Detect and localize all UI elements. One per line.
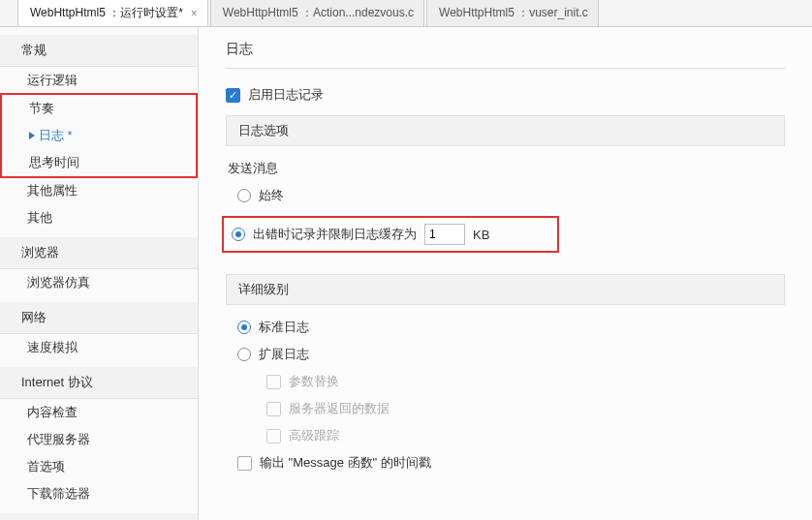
ext-opt-label: 服务器返回的数据 (289, 400, 390, 417)
tab-runtime-settings[interactable]: WebHttpHtml5 ：运行时设置* × (17, 0, 208, 26)
enable-log-row[interactable]: ✓ 启用日志记录 (226, 86, 785, 104)
tab-action-file[interactable]: WebHttpHtml5 ：Action...ndezvous.c (210, 0, 424, 26)
sidebar-group-internet[interactable]: Internet 协议 (0, 367, 198, 399)
radio-always-label: 始终 (259, 187, 284, 204)
ext-opt-server-data-row: 服务器返回的数据 (226, 400, 785, 417)
output-timestamp-label: 输出 "Message 函数" 的时间戳 (260, 454, 431, 472)
ext-opt-advanced-trace-row: 高级跟踪 (226, 427, 785, 444)
highlight-sidebar-log: 节奏 日志 * 思考时间 (0, 93, 198, 178)
sidebar-item-run-logic[interactable]: 运行逻辑 (0, 67, 198, 94)
radio-standard-log-row[interactable]: 标准日志 (226, 319, 785, 336)
sidebar: 常规 运行逻辑 节奏 日志 * 思考时间 其他属性 其他 浏览器 浏览器仿真 网… (0, 27, 199, 520)
main-area: 常规 运行逻辑 节奏 日志 * 思考时间 其他属性 其他 浏览器 浏览器仿真 网… (0, 27, 812, 520)
checkbox-icon[interactable] (237, 456, 252, 471)
standard-log-label: 标准日志 (259, 319, 309, 336)
radio-icon[interactable] (237, 189, 251, 202)
sidebar-item-label: 日志 * (39, 127, 73, 144)
radio-on-error-row[interactable]: 出错时记录并限制日志缓存为 KB (232, 224, 489, 245)
checkbox-icon (266, 429, 281, 444)
sidebar-group-data-format[interactable]: 数据格式扩展 (0, 513, 198, 520)
radio-icon[interactable] (237, 321, 251, 334)
send-messages-title: 发送消息 (228, 160, 785, 177)
sidebar-group-network[interactable]: 网络 (0, 302, 198, 334)
radio-icon[interactable] (237, 348, 251, 361)
extended-log-label: 扩展日志 (259, 346, 309, 363)
sidebar-item-log[interactable]: 日志 * (2, 122, 196, 149)
tab-label: WebHttpHtml5 ：运行时设置* (30, 5, 183, 21)
sidebar-item-download-filters[interactable]: 下载筛选器 (0, 480, 198, 507)
sidebar-item-think-time[interactable]: 思考时间 (2, 149, 196, 176)
sidebar-group-browser[interactable]: 浏览器 (0, 237, 198, 269)
content-panel: 日志 ✓ 启用日志记录 日志选项 发送消息 始终 出错时记录并限制日志缓存为 K… (199, 27, 812, 520)
sidebar-item-browser-emulation[interactable]: 浏览器仿真 (0, 269, 198, 296)
sidebar-item-pacing[interactable]: 节奏 (2, 95, 196, 122)
on-error-label: 出错时记录并限制日志缓存为 (253, 226, 417, 243)
output-timestamp-row[interactable]: 输出 "Message 函数" 的时间戳 (226, 454, 785, 472)
ext-opt-param-sub-row: 参数替换 (226, 373, 785, 390)
sidebar-item-preferences[interactable]: 首选项 (0, 453, 198, 480)
cache-size-unit: KB (473, 228, 489, 242)
sidebar-item-other-attrs[interactable]: 其他属性 (0, 177, 198, 204)
triangle-icon (29, 132, 35, 139)
tab-label: WebHttpHtml5 ：Action...ndezvous.c (223, 5, 414, 21)
ext-opt-label: 高级跟踪 (289, 427, 339, 444)
sidebar-item-proxy[interactable]: 代理服务器 (0, 426, 198, 453)
checkbox-icon (266, 402, 281, 416)
close-icon[interactable]: × (191, 7, 198, 20)
tab-label: WebHttpHtml5 ：vuser_init.c (439, 5, 588, 21)
tab-bar: WebHttpHtml5 ：运行时设置* × WebHttpHtml5 ：Act… (0, 0, 812, 27)
radio-extended-log-row[interactable]: 扩展日志 (226, 346, 785, 363)
radio-icon[interactable] (232, 228, 245, 241)
log-options-header: 日志选项 (226, 115, 785, 146)
page-title: 日志 (226, 41, 785, 69)
radio-always-row[interactable]: 始终 (226, 187, 785, 204)
enable-log-label: 启用日志记录 (248, 86, 324, 104)
sidebar-group-general[interactable]: 常规 (0, 35, 198, 67)
sidebar-item-misc[interactable]: 其他 (0, 204, 198, 231)
ext-opt-label: 参数替换 (289, 373, 339, 390)
sidebar-item-speed-sim[interactable]: 速度模拟 (0, 334, 198, 361)
detail-level-header: 详细级别 (226, 274, 785, 305)
highlight-on-error: 出错时记录并限制日志缓存为 KB (222, 216, 559, 253)
tab-vuser-init[interactable]: WebHttpHtml5 ：vuser_init.c (426, 0, 599, 26)
cache-size-input[interactable] (424, 224, 465, 245)
checkbox-icon[interactable]: ✓ (226, 88, 240, 103)
sidebar-item-content-check[interactable]: 内容检查 (0, 399, 198, 426)
checkbox-icon (266, 375, 281, 389)
